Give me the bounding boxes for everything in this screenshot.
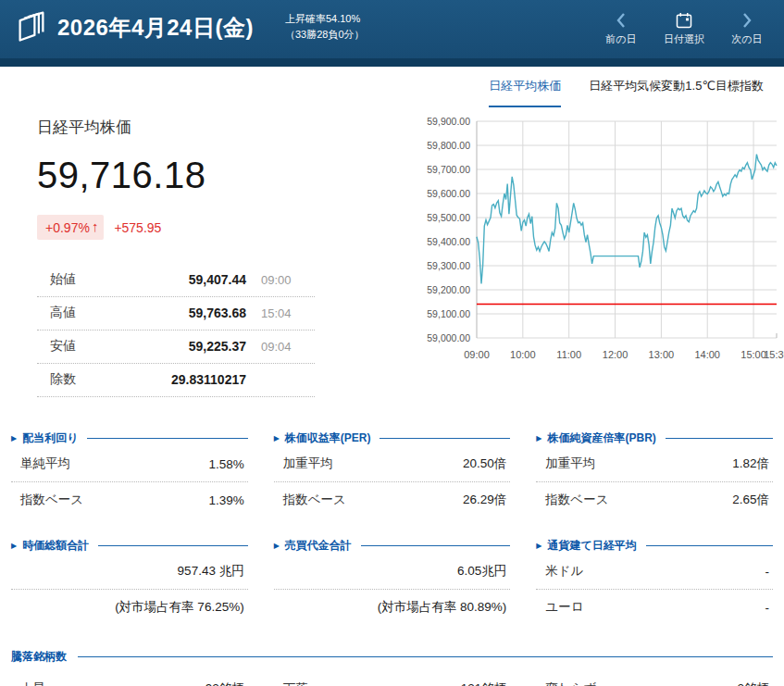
panel-rule [87,438,247,439]
row-label: 加重平均 [283,455,333,472]
panel-row: (対市場占有率 76.25%) [11,590,248,625]
tab-nikkei-average[interactable]: 日経平均株価 [489,78,561,107]
app-header: 2026年4月24日(金) 上昇確率54.10% （33勝28負0分） 前の日 [0,0,784,67]
row-label: 高値 [50,305,107,321]
change-percent-badge: +0.97% ↑ [37,215,104,240]
row-value: 29.83110217 [107,372,246,387]
up-arrow-icon: ↑ [92,218,99,234]
row-value: 59,407.44 [107,272,246,287]
win-rate: 上昇確率54.10% （33勝28負0分） [285,11,365,43]
index-name: 日経平均株価 [37,117,315,138]
panel-currency-nikkei: ▶ 通貨建て日経平均 米ドル - ユーロ - [536,538,773,625]
date-picker-button[interactable]: 日付選択 [660,11,708,46]
quote-panel: 日経平均株価 59,716.18 +0.97% ↑ +575.95 始値 59,… [37,109,315,397]
change-value: +575.95 [114,220,161,235]
panel-row: 指数ベース 2.65倍 [536,482,773,518]
row-value: 957.43 兆円 [20,563,244,580]
panel-rule [666,438,773,439]
row-label: 始値 [50,271,107,288]
row-label: 指数ベース [20,492,83,508]
panel-rule [98,545,248,546]
page-date-title: 2026年4月24日(金) [57,13,254,43]
price-line [477,155,777,284]
y-tick-label: 59,600.00 [427,188,470,199]
row-label: 変わらず： [545,680,608,686]
panel-pbr: ▶ 株価純資産倍率(PBR) 加重平均 1.82倍 指数ベース 2.65倍 [536,430,773,518]
row-value: - [583,601,769,615]
triangle-right-icon: ▶ [536,543,541,550]
unchanged-item: 変わらず： 2銘柄 [536,670,773,686]
win-rate-record: （33勝28負0分） [285,27,365,43]
prev-day-label: 前の日 [605,32,636,46]
advance-decline-section: 騰落銘柄数 上昇： 92銘柄 下落： 131銘柄 変わらず： 2銘柄 [0,649,784,686]
panel-row: (対市場占有率 80.89%) [274,590,511,625]
table-row-open: 始値 59,407.44 09:00 [37,264,315,297]
row-value: 92銘柄 [205,680,244,686]
advance-decline-grid: 上昇： 92銘柄 下落： 131銘柄 変わらず： 2銘柄 [11,670,773,686]
row-value: 26.29倍 [346,492,507,508]
triangle-right-icon: ▶ [274,543,280,550]
panel-header: ▶ 通貨建て日経平均 [536,538,773,554]
y-tick-label: 59,400.00 [427,236,470,247]
triangle-right-icon: ▶ [536,435,541,443]
panel-title: 株価収益率(PER) [285,430,371,446]
panel-row: ユーロ - [536,590,773,625]
row-label: ユーロ [545,599,583,616]
y-tick-label: 59,700.00 [427,164,470,175]
row-label: 指数ベース [283,492,346,508]
row-value: 1.39% [83,493,244,507]
table-row-low: 安値 59,225.37 09:04 [37,331,315,364]
row-label: 米ドル [545,563,583,580]
y-tick-label: 59,500.00 [427,212,470,223]
panel-market-cap: ▶ 時価総額合計 957.43 兆円 (対市場占有率 76.25%) [11,538,248,625]
price-chart-svg [475,118,778,343]
panel-header: ▶ 株価純資産倍率(PBR) [536,430,773,446]
row-value: (対市場占有率 80.89%) [283,599,507,616]
panel-header: ▶ 株価収益率(PER) [274,430,511,446]
row-value: 2銘柄 [737,680,769,686]
y-tick-label: 59,800.00 [427,140,470,151]
row-label: 指数ベース [545,492,608,508]
row-value: (対市場占有率 76.25%) [20,599,244,616]
x-tick-label: 15:00 [740,349,766,360]
row-value: 6.05兆円 [283,563,507,580]
row-value: 131銘柄 [461,680,507,686]
panel-row: 6.05兆円 [274,554,511,590]
chevron-left-icon [615,11,628,30]
panel-row: 957.43 兆円 [11,554,248,590]
tab-climate-index[interactable]: 日経平均気候変動1.5℃目標指数 [589,78,764,107]
row-value: 20.50倍 [333,455,507,472]
calendar-icon [675,11,693,30]
x-tick-label: 10:00 [510,349,536,360]
date-picker-label: 日付選択 [664,32,704,46]
panel-row: 加重平均 1.82倍 [536,446,773,482]
chart-main: 59,900.0059,800.0059,700.0059,600.0059,5… [423,118,778,346]
book-icon [15,11,48,44]
change-row: +0.97% ↑ +575.95 [37,215,315,240]
panel-trading-value: ▶ 売買代金合計 6.05兆円 (対市場占有率 80.89%) [274,538,511,625]
decliners-item: 下落： 131銘柄 [274,670,511,686]
prev-day-button[interactable]: 前の日 [597,11,645,46]
x-tick-label: 09:00 [464,349,490,360]
triangle-right-icon: ▶ [11,435,17,443]
intraday-chart: 59,900.0059,800.0059,700.0059,600.0059,5… [423,118,778,363]
chart-tabs: 日経平均株価 日経平均気候変動1.5℃目標指数 [0,67,784,107]
advancers-item: 上昇： 92銘柄 [11,670,248,686]
y-tick-label: 59,100.00 [427,308,470,319]
triangle-right-icon: ▶ [274,435,280,443]
next-day-button[interactable]: 次の日 [723,11,771,46]
panel-header: ▶ 売買代金合計 [274,538,511,554]
x-tick-label: 15:30 [764,349,784,360]
table-row-high: 高値 59,763.68 15:04 [37,297,315,331]
panel-dividend-yield: ▶ 配当利回り 単純平均 1.58% 指数ベース 1.39% [11,430,248,518]
y-tick-label: 59,000.00 [427,332,470,343]
panel-title: 売買代金合計 [285,538,352,554]
y-tick-label: 59,200.00 [427,284,470,295]
row-label: 除数 [50,371,107,388]
panel-row: 加重平均 20.50倍 [274,446,511,482]
row-time: 09:00 [246,273,315,287]
row-label: 上昇： [20,680,58,686]
x-tick-label: 11:00 [556,349,581,360]
x-tick-label: 12:00 [603,349,628,360]
panel-row: 単純平均 1.58% [11,446,248,482]
